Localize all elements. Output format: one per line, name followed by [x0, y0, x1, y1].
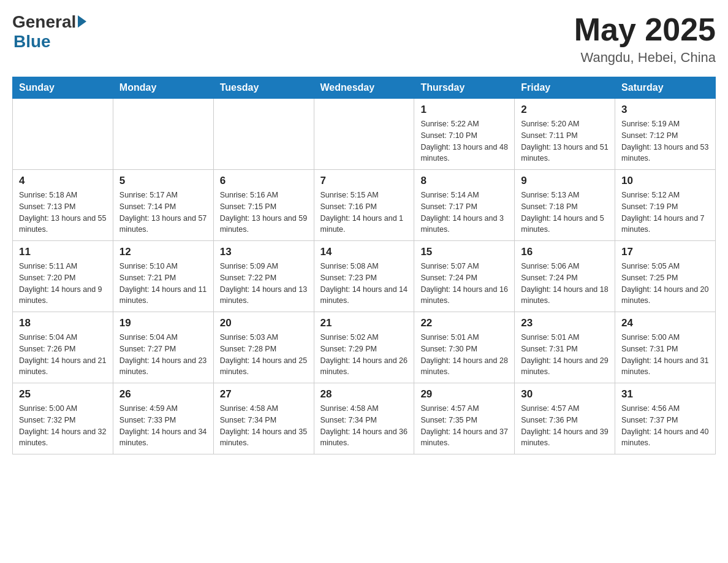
logo-blue-text: Blue — [13, 32, 51, 52]
calendar-cell: 10Sunrise: 5:12 AM Sunset: 7:19 PM Dayli… — [615, 170, 716, 241]
calendar-cell: 24Sunrise: 5:00 AM Sunset: 7:31 PM Dayli… — [615, 312, 716, 383]
day-info: Sunrise: 5:06 AM Sunset: 7:24 PM Dayligh… — [521, 261, 609, 307]
calendar-cell: 8Sunrise: 5:14 AM Sunset: 7:17 PM Daylig… — [414, 170, 515, 241]
day-info: Sunrise: 4:58 AM Sunset: 7:34 PM Dayligh… — [220, 403, 308, 449]
calendar-cell: 12Sunrise: 5:10 AM Sunset: 7:21 PM Dayli… — [113, 241, 213, 312]
day-info: Sunrise: 5:11 AM Sunset: 7:20 PM Dayligh… — [19, 261, 107, 307]
day-number: 11 — [19, 246, 107, 258]
day-info: Sunrise: 5:00 AM Sunset: 7:31 PM Dayligh… — [621, 332, 709, 378]
calendar-table: SundayMondayTuesdayWednesdayThursdayFrid… — [12, 77, 716, 454]
calendar-cell: 13Sunrise: 5:09 AM Sunset: 7:22 PM Dayli… — [213, 241, 314, 312]
day-number: 5 — [119, 175, 207, 187]
calendar-header-row: SundayMondayTuesdayWednesdayThursdayFrid… — [13, 77, 716, 99]
day-info: Sunrise: 5:03 AM Sunset: 7:28 PM Dayligh… — [220, 332, 308, 378]
day-number: 26 — [119, 388, 207, 400]
calendar-cell: 4Sunrise: 5:18 AM Sunset: 7:13 PM Daylig… — [13, 170, 113, 241]
day-info: Sunrise: 5:20 AM Sunset: 7:11 PM Dayligh… — [521, 118, 609, 164]
day-number: 8 — [420, 175, 508, 187]
calendar-cell: 25Sunrise: 5:00 AM Sunset: 7:32 PM Dayli… — [13, 383, 113, 454]
day-info: Sunrise: 5:10 AM Sunset: 7:21 PM Dayligh… — [119, 261, 207, 307]
day-header-thursday: Thursday — [414, 77, 515, 99]
day-header-wednesday: Wednesday — [314, 77, 414, 99]
day-number: 27 — [220, 388, 308, 400]
day-number: 15 — [420, 246, 508, 258]
week-row-3: 11Sunrise: 5:11 AM Sunset: 7:20 PM Dayli… — [13, 241, 716, 312]
day-number: 14 — [320, 246, 408, 258]
calendar-cell: 5Sunrise: 5:17 AM Sunset: 7:14 PM Daylig… — [113, 170, 213, 241]
week-row-4: 18Sunrise: 5:04 AM Sunset: 7:26 PM Dayli… — [13, 312, 716, 383]
day-number: 25 — [19, 388, 107, 400]
calendar-cell: 18Sunrise: 5:04 AM Sunset: 7:26 PM Dayli… — [13, 312, 113, 383]
calendar-cell: 27Sunrise: 4:58 AM Sunset: 7:34 PM Dayli… — [213, 383, 314, 454]
day-info: Sunrise: 5:22 AM Sunset: 7:10 PM Dayligh… — [420, 118, 508, 164]
calendar-cell: 7Sunrise: 5:15 AM Sunset: 7:16 PM Daylig… — [314, 170, 414, 241]
calendar-cell: 11Sunrise: 5:11 AM Sunset: 7:20 PM Dayli… — [13, 241, 113, 312]
day-number: 10 — [621, 175, 709, 187]
day-info: Sunrise: 5:19 AM Sunset: 7:12 PM Dayligh… — [621, 118, 709, 164]
day-info: Sunrise: 5:08 AM Sunset: 7:23 PM Dayligh… — [320, 261, 408, 307]
calendar-cell: 15Sunrise: 5:07 AM Sunset: 7:24 PM Dayli… — [414, 241, 515, 312]
calendar-cell: 17Sunrise: 5:05 AM Sunset: 7:25 PM Dayli… — [615, 241, 716, 312]
calendar-cell: 31Sunrise: 4:56 AM Sunset: 7:37 PM Dayli… — [615, 383, 716, 454]
day-info: Sunrise: 4:59 AM Sunset: 7:33 PM Dayligh… — [119, 403, 207, 449]
day-number: 28 — [320, 388, 408, 400]
day-info: Sunrise: 5:18 AM Sunset: 7:13 PM Dayligh… — [19, 190, 107, 236]
day-info: Sunrise: 5:05 AM Sunset: 7:25 PM Dayligh… — [621, 261, 709, 307]
week-row-1: 1Sunrise: 5:22 AM Sunset: 7:10 PM Daylig… — [13, 99, 716, 170]
calendar-cell: 22Sunrise: 5:01 AM Sunset: 7:30 PM Dayli… — [414, 312, 515, 383]
calendar-cell: 9Sunrise: 5:13 AM Sunset: 7:18 PM Daylig… — [515, 170, 615, 241]
day-info: Sunrise: 5:01 AM Sunset: 7:31 PM Dayligh… — [521, 332, 609, 378]
day-number: 7 — [320, 175, 408, 187]
day-number: 30 — [521, 388, 609, 400]
day-info: Sunrise: 5:04 AM Sunset: 7:26 PM Dayligh… — [19, 332, 107, 378]
day-info: Sunrise: 5:00 AM Sunset: 7:32 PM Dayligh… — [19, 403, 107, 449]
day-info: Sunrise: 4:57 AM Sunset: 7:36 PM Dayligh… — [521, 403, 609, 449]
day-number: 2 — [521, 104, 609, 116]
week-row-5: 25Sunrise: 5:00 AM Sunset: 7:32 PM Dayli… — [13, 383, 716, 454]
day-info: Sunrise: 5:09 AM Sunset: 7:22 PM Dayligh… — [220, 261, 308, 307]
day-number: 19 — [119, 317, 207, 329]
week-row-2: 4Sunrise: 5:18 AM Sunset: 7:13 PM Daylig… — [13, 170, 716, 241]
day-number: 22 — [420, 317, 508, 329]
day-number: 17 — [621, 246, 709, 258]
day-info: Sunrise: 5:15 AM Sunset: 7:16 PM Dayligh… — [320, 190, 408, 236]
calendar-cell: 23Sunrise: 5:01 AM Sunset: 7:31 PM Dayli… — [515, 312, 615, 383]
day-number: 1 — [420, 104, 508, 116]
calendar-cell — [213, 99, 314, 170]
day-number: 12 — [119, 246, 207, 258]
month-title: May 2025 — [574, 12, 716, 47]
calendar-cell: 1Sunrise: 5:22 AM Sunset: 7:10 PM Daylig… — [414, 99, 515, 170]
day-header-saturday: Saturday — [615, 77, 716, 99]
calendar-cell: 6Sunrise: 5:16 AM Sunset: 7:15 PM Daylig… — [213, 170, 314, 241]
day-info: Sunrise: 5:02 AM Sunset: 7:29 PM Dayligh… — [320, 332, 408, 378]
day-info: Sunrise: 4:57 AM Sunset: 7:35 PM Dayligh… — [420, 403, 508, 449]
day-info: Sunrise: 5:16 AM Sunset: 7:15 PM Dayligh… — [220, 190, 308, 236]
day-header-sunday: Sunday — [13, 77, 113, 99]
day-number: 21 — [320, 317, 408, 329]
day-number: 9 — [521, 175, 609, 187]
title-section: May 2025 Wangdu, Hebei, China — [574, 12, 716, 66]
day-number: 20 — [220, 317, 308, 329]
day-info: Sunrise: 4:56 AM Sunset: 7:37 PM Dayligh… — [621, 403, 709, 449]
calendar-cell: 19Sunrise: 5:04 AM Sunset: 7:27 PM Dayli… — [113, 312, 213, 383]
calendar-cell: 26Sunrise: 4:59 AM Sunset: 7:33 PM Dayli… — [113, 383, 213, 454]
day-number: 16 — [521, 246, 609, 258]
day-number: 24 — [621, 317, 709, 329]
day-info: Sunrise: 5:12 AM Sunset: 7:19 PM Dayligh… — [621, 190, 709, 236]
calendar-cell: 16Sunrise: 5:06 AM Sunset: 7:24 PM Dayli… — [515, 241, 615, 312]
day-number: 4 — [19, 175, 107, 187]
location-text: Wangdu, Hebei, China — [574, 50, 716, 66]
calendar-cell: 14Sunrise: 5:08 AM Sunset: 7:23 PM Dayli… — [314, 241, 414, 312]
day-header-friday: Friday — [515, 77, 615, 99]
day-header-tuesday: Tuesday — [213, 77, 314, 99]
logo-arrow-icon — [78, 15, 86, 28]
logo-general-text: General — [12, 12, 76, 32]
calendar-cell — [113, 99, 213, 170]
page-header: General Blue May 2025 Wangdu, Hebei, Chi… — [12, 12, 716, 66]
day-header-monday: Monday — [113, 77, 213, 99]
calendar-cell — [13, 99, 113, 170]
day-number: 18 — [19, 317, 107, 329]
calendar-cell: 21Sunrise: 5:02 AM Sunset: 7:29 PM Dayli… — [314, 312, 414, 383]
calendar-cell: 20Sunrise: 5:03 AM Sunset: 7:28 PM Dayli… — [213, 312, 314, 383]
calendar-cell: 28Sunrise: 4:58 AM Sunset: 7:34 PM Dayli… — [314, 383, 414, 454]
